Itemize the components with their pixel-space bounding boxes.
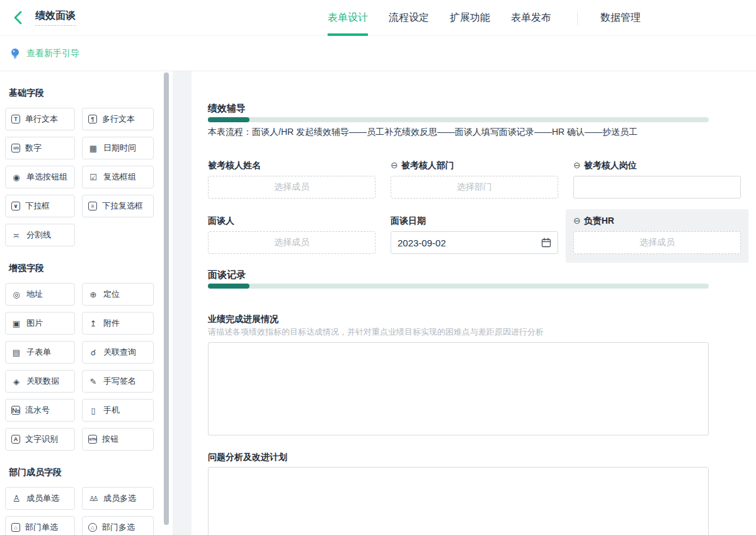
sidebar-item-dept-multi[interactable]: 部门多选 bbox=[82, 516, 154, 535]
sidebar-item-label: 下拉复选框 bbox=[102, 200, 143, 212]
sidebar-item-label: 单选按钮组 bbox=[26, 171, 67, 183]
sidebar-item-button[interactable]: 按钮 bbox=[82, 428, 154, 451]
field-assessee-name[interactable]: 被考核人姓名 选择成员 bbox=[200, 154, 383, 207]
section-title-dept-member-fields: 部门成员字段 bbox=[9, 467, 173, 478]
field-label: 面谈人 bbox=[208, 216, 375, 226]
sidebar-item-datetime[interactable]: 日期时间 bbox=[82, 137, 154, 159]
sidebar-item-member-single[interactable]: 成员单选 bbox=[5, 487, 75, 510]
field-hr-owner[interactable]: ⊖负责HR 选择成员 bbox=[566, 209, 748, 263]
tab-form-publish[interactable]: 表单发布 bbox=[511, 0, 551, 36]
sidebar-item-subform[interactable]: 子表单 bbox=[5, 341, 75, 364]
sidebar-item-checkbox-group[interactable]: 复选框组 bbox=[82, 166, 154, 188]
checkbox-group-icon bbox=[88, 172, 98, 182]
back-button[interactable] bbox=[10, 9, 26, 26]
process-description: 本表流程：面谈人/HR 发起绩效辅导——员工补充绩效反思——面谈人填写面谈记录—… bbox=[208, 126, 756, 138]
field-assessee-dept[interactable]: ⊖被考核人部门 选择部门 bbox=[383, 154, 566, 207]
coaching-progress-bar bbox=[208, 117, 709, 122]
location-icon bbox=[88, 289, 98, 299]
sidebar-item-label: 部门单选 bbox=[25, 522, 58, 533]
sidebar-item-member-multi[interactable]: 成员多选 bbox=[82, 487, 154, 510]
sidebar-item-address[interactable]: 地址 bbox=[5, 283, 75, 306]
member-picker[interactable]: 选择成员 bbox=[208, 176, 375, 198]
canvas-gap bbox=[173, 71, 192, 535]
sidebar-item-image[interactable]: 图片 bbox=[5, 312, 75, 335]
sidebar-item-number[interactable]: 数字 bbox=[5, 137, 75, 159]
field-label: 被考核人岗位 bbox=[584, 160, 637, 170]
tab-data-management[interactable]: 数据管理 bbox=[600, 0, 641, 36]
sidebar-item-label: 数字 bbox=[25, 142, 42, 154]
lightbulb-icon bbox=[10, 47, 20, 60]
sidebar-item-label: 附件 bbox=[103, 318, 120, 329]
sidebar-item-label: 单行文本 bbox=[25, 113, 58, 125]
sidebar-item-signature[interactable]: 手写签名 bbox=[82, 370, 154, 393]
form-title[interactable]: 绩效面谈 bbox=[35, 9, 76, 26]
progress-review-textarea[interactable] bbox=[208, 342, 709, 435]
field-label: 负责HR bbox=[584, 216, 614, 226]
sidebar-item-related-data[interactable]: 关联数据 bbox=[5, 370, 75, 393]
sidebar-item-dept-single[interactable]: 部门单选 bbox=[5, 516, 75, 535]
sidebar-item-dropdown[interactable]: 下拉框 bbox=[5, 195, 75, 217]
field-label-improvement: 问题分析及改进计划 bbox=[208, 452, 756, 462]
single-line-text-icon bbox=[11, 115, 20, 124]
sidebar-item-label: 多行文本 bbox=[102, 113, 135, 125]
button-icon bbox=[88, 435, 97, 444]
attachment-icon bbox=[88, 318, 98, 328]
sidebar-item-mobile[interactable]: 手机 bbox=[82, 399, 154, 422]
member-picker[interactable]: 选择成员 bbox=[208, 231, 375, 254]
record-progress-fill bbox=[208, 284, 249, 289]
sidebar-scrollbar[interactable] bbox=[164, 72, 169, 525]
member-picker[interactable]: 选择成员 bbox=[573, 231, 741, 254]
sidebar-item-dropdown-multiselect[interactable]: 下拉复选框 bbox=[82, 195, 154, 217]
linked-field-icon: ⊖ bbox=[573, 216, 581, 225]
image-icon bbox=[11, 318, 21, 328]
subform-icon bbox=[11, 347, 21, 357]
sidebar-item-label: 定位 bbox=[103, 289, 120, 300]
field-assessee-post[interactable]: ⊖被考核人岗位 bbox=[566, 154, 748, 207]
improvement-textarea[interactable] bbox=[208, 467, 709, 535]
tab-process-settings[interactable]: 流程设定 bbox=[389, 0, 429, 36]
section-title-basic-fields: 基础字段 bbox=[9, 88, 173, 99]
sidebar-item-single-line-text[interactable]: 单行文本 bbox=[5, 108, 75, 130]
dept-picker[interactable]: 选择部门 bbox=[391, 176, 558, 198]
enhanced-fields-grid: 地址 定位 图片 附件 子表单 关联查询 关联数据 手写签名 流水号 手机 文字… bbox=[5, 283, 173, 451]
signature-icon bbox=[88, 376, 98, 386]
sidebar-item-label: 手写签名 bbox=[103, 376, 136, 387]
field-library-sidebar: 基础字段 单行文本 多行文本 数字 日期时间 单选按钮组 复选框组 下拉框 下拉… bbox=[0, 71, 173, 535]
serial-number-icon bbox=[11, 406, 20, 415]
tabs-divider bbox=[577, 11, 578, 25]
field-label: 面谈日期 bbox=[391, 216, 558, 226]
ocr-icon bbox=[11, 435, 20, 444]
field-label-progress-review: 业绩完成进展情况 bbox=[208, 314, 756, 324]
section-title-enhanced-fields: 增强字段 bbox=[9, 263, 173, 274]
sidebar-item-label: 文字识别 bbox=[25, 434, 58, 445]
member-single-icon bbox=[11, 493, 21, 503]
sidebar-item-label: 按钮 bbox=[102, 434, 118, 445]
sidebar-item-related-query[interactable]: 关联查询 bbox=[82, 341, 154, 364]
field-interview-date[interactable]: 面谈日期 2023-09-02 bbox=[383, 209, 566, 263]
sidebar-item-label: 复选框组 bbox=[103, 171, 136, 183]
header-tabs: 表单设计 流程设定 扩展功能 表单发布 数据管理 bbox=[328, 0, 662, 36]
sidebar-item-label: 流水号 bbox=[25, 405, 50, 416]
date-picker[interactable]: 2023-09-02 bbox=[391, 231, 558, 254]
view-beginner-guide-link[interactable]: 查看新手引导 bbox=[26, 48, 79, 59]
top-header: 绩效面谈 表单设计 流程设定 扩展功能 表单发布 数据管理 bbox=[0, 0, 756, 36]
sidebar-item-multi-line-text[interactable]: 多行文本 bbox=[82, 108, 154, 130]
field-interviewer[interactable]: 面谈人 选择成员 bbox=[200, 209, 383, 263]
sidebar-item-radio-group[interactable]: 单选按钮组 bbox=[5, 166, 75, 188]
sidebar-item-location[interactable]: 定位 bbox=[82, 283, 154, 306]
sidebar-item-divider[interactable]: 分割线 bbox=[5, 224, 75, 246]
back-chevron-icon bbox=[11, 9, 25, 26]
dropdown-icon bbox=[11, 202, 20, 210]
sidebar-item-attachment[interactable]: 附件 bbox=[82, 312, 154, 335]
address-icon bbox=[11, 289, 21, 299]
sidebar-item-serial-number[interactable]: 流水号 bbox=[5, 399, 75, 422]
mobile-icon bbox=[88, 405, 98, 415]
field-grid: 被考核人姓名 选择成员 ⊖被考核人部门 选择部门 ⊖被考核人岗位 面谈人 选择成… bbox=[200, 154, 756, 263]
sidebar-item-ocr[interactable]: 文字识别 bbox=[5, 428, 75, 451]
assessee-post-input[interactable] bbox=[573, 176, 741, 198]
dept-member-fields-grid: 成员单选 成员多选 部门单选 部门多选 bbox=[5, 487, 173, 535]
body: 基础字段 单行文本 多行文本 数字 日期时间 单选按钮组 复选框组 下拉框 下拉… bbox=[0, 71, 756, 535]
divider-icon bbox=[11, 230, 21, 240]
tab-extended-features[interactable]: 扩展功能 bbox=[450, 0, 490, 36]
tab-form-design[interactable]: 表单设计 bbox=[328, 0, 368, 36]
